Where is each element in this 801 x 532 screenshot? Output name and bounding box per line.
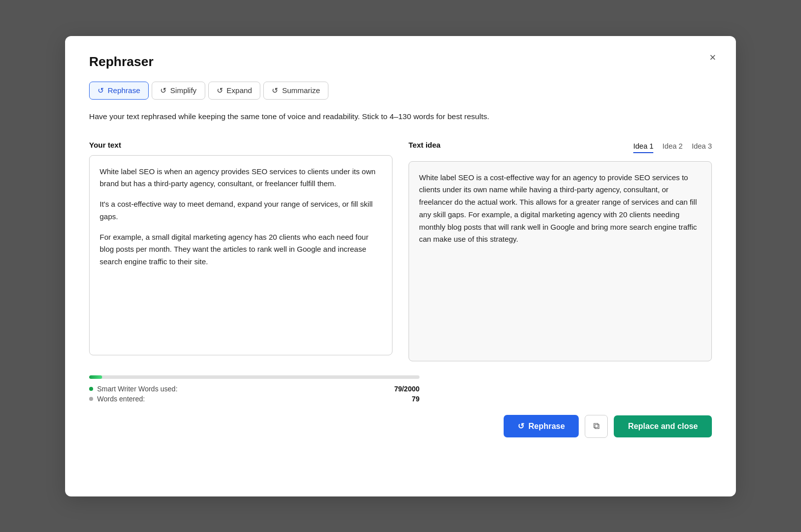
rephrase-button[interactable]: ↺ Rephrase: [504, 415, 579, 437]
tab-summarize-label: Summarize: [282, 86, 320, 95]
left-column: Your text White label SEO is when an age…: [89, 141, 392, 361]
words-entered-stat: Words entered: 79: [89, 395, 420, 403]
rephraser-modal: Rephraser × ↺ Rephrase ↺ Simplify ↺ Expa…: [65, 36, 736, 496]
modal-title: Rephraser: [89, 54, 712, 70]
words-used-dot: [89, 387, 93, 391]
your-text-p2: It's a cost-effective way to meet demand…: [100, 198, 382, 223]
words-entered-value: 79: [412, 395, 420, 403]
tab-simplify[interactable]: ↺ Simplify: [152, 82, 205, 100]
words-used-label: Smart Writer Words used:: [97, 385, 178, 393]
content-columns: Your text White label SEO is when an age…: [89, 141, 712, 361]
progress-bar-fill: [89, 375, 102, 379]
words-entered-label: Words entered:: [97, 395, 145, 403]
idea-tab-1[interactable]: Idea 1: [633, 142, 653, 153]
right-column: Text idea Idea 1 Idea 2 Idea 3 White lab…: [409, 141, 712, 361]
idea-tab-3[interactable]: Idea 3: [692, 142, 712, 153]
tab-simplify-label: Simplify: [170, 86, 197, 95]
words-used-stat: Smart Writer Words used: 79/2000: [89, 385, 420, 393]
words-used-value: 79/2000: [394, 385, 420, 393]
tab-expand-label: Expand: [227, 86, 252, 95]
text-idea-label: Text idea: [409, 141, 441, 149]
tab-bar: ↺ Rephrase ↺ Simplify ↺ Expand ↺ Summari…: [89, 82, 712, 100]
idea-tabs: Idea 1 Idea 2 Idea 3: [633, 142, 712, 153]
your-text-p3: For example, a small digital marketing a…: [100, 231, 382, 268]
your-text-p1: White label SEO is when an agency provid…: [100, 166, 382, 191]
stats-row: Smart Writer Words used: 79/2000 Words e…: [89, 385, 712, 403]
tab-rephrase-label: Rephrase: [108, 86, 140, 95]
expand-tab-icon: ↺: [217, 86, 223, 95]
tab-expand[interactable]: ↺ Expand: [208, 82, 261, 100]
copy-icon: ⧉: [593, 421, 600, 431]
your-text-label: Your text: [89, 141, 392, 149]
right-column-header: Text idea Idea 1 Idea 2 Idea 3: [409, 141, 712, 155]
rephrase-button-icon: ↺: [518, 421, 524, 431]
summarize-tab-icon: ↺: [272, 86, 278, 95]
result-text: White label SEO is a cost-effective way …: [419, 172, 701, 246]
simplify-tab-icon: ↺: [160, 86, 167, 95]
tab-rephrase[interactable]: ↺ Rephrase: [89, 82, 149, 100]
rephrase-button-label: Rephrase: [528, 422, 565, 431]
replace-close-label: Replace and close: [628, 422, 698, 431]
words-entered-dot: [89, 397, 93, 401]
copy-button[interactable]: ⧉: [585, 415, 608, 438]
replace-close-button[interactable]: Replace and close: [614, 415, 712, 437]
tab-summarize[interactable]: ↺ Summarize: [263, 82, 328, 100]
close-button[interactable]: ×: [707, 50, 718, 65]
rephrase-tab-icon: ↺: [98, 86, 104, 95]
idea-tab-2[interactable]: Idea 2: [662, 142, 682, 153]
bottom-actions: ↺ Rephrase ⧉ Replace and close: [89, 415, 712, 438]
progress-bar-track: [89, 375, 420, 379]
your-text-box[interactable]: White label SEO is when an agency provid…: [89, 155, 392, 355]
progress-section: Smart Writer Words used: 79/2000 Words e…: [89, 375, 712, 403]
description-text: Have your text rephrased while keeping t…: [89, 111, 712, 123]
result-text-box: White label SEO is a cost-effective way …: [409, 161, 712, 361]
